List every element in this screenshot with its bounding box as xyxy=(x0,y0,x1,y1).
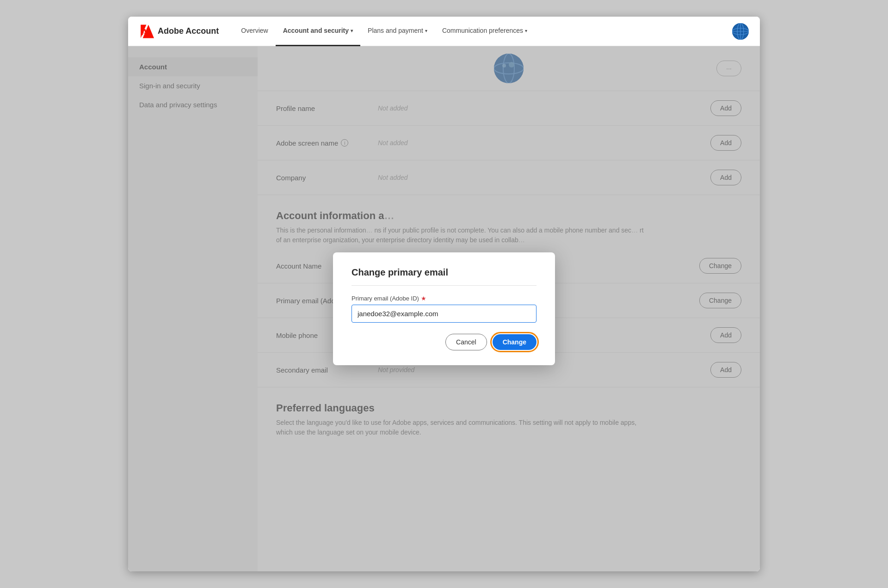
main-content: Account Sign-in and security Data and pr… xyxy=(128,46,760,571)
cancel-button[interactable]: Cancel xyxy=(445,334,487,350)
nav-items: Overview Account and security ▾ Plans an… xyxy=(234,17,717,46)
modal-divider xyxy=(352,285,536,286)
nav-right xyxy=(732,23,749,40)
primary-email-input[interactable] xyxy=(352,305,536,323)
modal-actions: Cancel Change xyxy=(352,334,536,350)
nav-item-communication-prefs[interactable]: Communication preferences ▾ xyxy=(435,17,535,46)
svg-text:A: A xyxy=(142,27,148,37)
nav-item-plans-payment[interactable]: Plans and payment ▾ xyxy=(360,17,435,46)
nav-item-account-security[interactable]: Account and security ▾ xyxy=(276,17,360,46)
app-title: Adobe Account xyxy=(158,26,219,36)
modal-overlay: Change primary email Primary email (Adob… xyxy=(128,46,760,571)
required-star: ★ xyxy=(421,295,426,302)
chevron-down-icon: ▾ xyxy=(351,28,353,33)
nav-item-overview[interactable]: Overview xyxy=(234,17,275,46)
top-nav: A Adobe Account Overview Account and sec… xyxy=(128,17,760,46)
user-avatar[interactable] xyxy=(732,23,749,40)
modal-title: Change primary email xyxy=(352,267,536,278)
chevron-down-icon: ▾ xyxy=(425,28,427,33)
change-primary-email-modal: Change primary email Primary email (Adob… xyxy=(333,252,555,365)
globe-avatar-icon xyxy=(732,23,749,40)
chevron-down-icon: ▾ xyxy=(525,28,527,33)
change-button[interactable]: Change xyxy=(493,334,536,350)
adobe-logo-icon: A xyxy=(139,24,154,39)
logo-area[interactable]: A Adobe Account xyxy=(139,24,219,39)
modal-field-label: Primary email (Adobe ID) ★ xyxy=(352,295,536,302)
